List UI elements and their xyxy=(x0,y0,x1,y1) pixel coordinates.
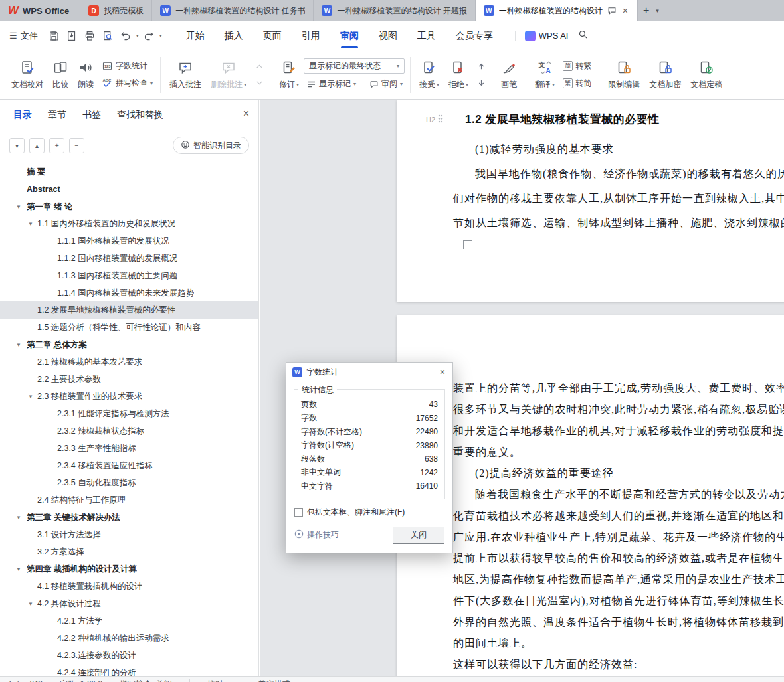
compat-mode-indicator[interactable]: 兼容模式 xyxy=(258,679,290,682)
markup-state-select[interactable]: 显示标记的最终状态 ▾ xyxy=(304,58,405,74)
toc-item[interactable]: 4.2.1 方法学 xyxy=(0,612,258,630)
tab-document-1[interactable]: W 一种辣椒移植装置的结构设计 任务书 xyxy=(152,0,314,21)
ink-pen-button[interactable]: 画笔 xyxy=(496,57,522,93)
toc-item[interactable]: ▼4.2 具体设计过程 xyxy=(0,595,258,612)
expand-all-button[interactable]: ＋ xyxy=(49,138,64,153)
show-markup-button[interactable]: 显示标记 ▾ xyxy=(304,77,359,91)
sidebar-tab-contents[interactable]: 目录 xyxy=(13,109,32,121)
close-dialog-button[interactable]: × xyxy=(439,367,446,377)
document-encrypt-button[interactable]: 文档加密 xyxy=(644,57,686,93)
toc-item[interactable]: ▼第一章 绪 论 xyxy=(0,198,258,215)
toc-item[interactable]: 2.4 结构特征与工作原理 xyxy=(0,491,258,509)
compare-button[interactable]: 比较 xyxy=(48,57,73,93)
document-page-8[interactable]: 装置上的分苗等,几乎全部由手工完成,劳动强度大、费工费时、效率 很多环节又与关键… xyxy=(397,315,784,676)
word-count-indicator[interactable]: 字数: 17652 xyxy=(60,679,102,682)
collapse-all-button[interactable]: − xyxy=(69,138,84,153)
toc-item[interactable]: 2.2 主要技术参数 xyxy=(0,371,258,388)
chevron-down-icon[interactable]: ▼ xyxy=(16,342,21,348)
checkbox-icon[interactable] xyxy=(294,508,303,517)
toc-item[interactable]: 2.3.3 生产率性能指标 xyxy=(0,440,258,457)
toc-item[interactable]: 2.3.1 性能评定指标与检测方法 xyxy=(0,405,258,422)
toc-item[interactable]: 2.3.4 移植装置适应性指标 xyxy=(0,457,258,474)
smart-toc-button[interactable]: 智能识别目录 xyxy=(173,137,249,154)
tips-link[interactable]: 操作技巧 xyxy=(294,529,339,541)
toc-item[interactable]: 1.1.4 国内移植装置械的未来发展趋势 xyxy=(0,284,258,301)
sidebar-tab-chapters[interactable]: 章节 xyxy=(48,109,66,121)
tab-reference[interactable]: 引用 xyxy=(292,21,330,50)
traditional-to-simplified-button[interactable]: 繁 转简 xyxy=(559,76,595,90)
toc-item[interactable]: ▼第二章 总体方案 xyxy=(0,336,258,353)
sidebar-tab-find-replace[interactable]: 查找和替换 xyxy=(117,109,163,121)
tab-docer-templates[interactable]: D 找稻壳模板 xyxy=(80,0,152,21)
drag-handle-icon[interactable] xyxy=(438,114,443,124)
toc-item[interactable]: 2.1 辣椒移栽的基本农艺要求 xyxy=(0,353,258,371)
proofread-indicator[interactable]: 校对 xyxy=(207,679,223,682)
tab-page[interactable]: 页面 xyxy=(253,21,292,50)
new-tab-button[interactable]: + xyxy=(643,5,649,17)
chevron-down-icon[interactable]: ▼ xyxy=(16,566,21,572)
previous-revision-button[interactable] xyxy=(474,61,488,73)
dialog-titlebar[interactable]: W 字数统计 × xyxy=(286,363,452,381)
tab-view[interactable]: 视图 xyxy=(369,21,407,50)
reject-revision-button[interactable]: 拒绝▾ xyxy=(444,57,473,93)
toc-item[interactable]: 3.1 设计方法选择 xyxy=(0,526,258,543)
save-button[interactable] xyxy=(46,27,62,44)
chevron-down-icon[interactable]: ▼ xyxy=(16,515,21,521)
accept-revision-button[interactable]: 接受▾ xyxy=(415,57,444,93)
toc-item[interactable]: 4.2.2 种植机械的输出运动需求 xyxy=(0,630,258,647)
close-button[interactable]: 关闭 xyxy=(393,527,444,544)
nav-up-button[interactable]: ▴ xyxy=(29,138,45,153)
print-preview-button[interactable] xyxy=(100,27,116,44)
toc-item[interactable]: ▼第四章 栽插机构的设计及计算 xyxy=(0,560,258,578)
toc-item[interactable]: 1.1.2 国内移植装置械的发展概况 xyxy=(0,250,258,267)
next-comment-button[interactable] xyxy=(252,77,266,89)
undo-dropdown-icon[interactable]: ▾ xyxy=(136,33,140,39)
tab-review[interactable]: 审阅 xyxy=(330,21,369,50)
simplified-to-traditional-button[interactable]: 简 转繁 xyxy=(559,59,595,73)
track-changes-button[interactable]: 修订▾ xyxy=(274,57,304,93)
document-finalize-button[interactable]: 文档定稿 xyxy=(686,57,727,93)
insert-comment-button[interactable]: 插入批注 xyxy=(165,57,206,93)
tab-document-2[interactable]: W 一种辣椒移植装置的结构设计 开题报 xyxy=(314,0,475,21)
chevron-down-icon[interactable]: ▼ xyxy=(16,204,21,210)
undo-button[interactable] xyxy=(118,27,134,44)
toc-item[interactable]: ▼第三章 关键技术解决办法 xyxy=(0,509,258,526)
toc-item[interactable]: 4.2.3.连接参数的设计 xyxy=(0,647,258,664)
wps-ai-button[interactable]: WPS AI xyxy=(525,31,569,41)
translate-button[interactable]: 文A 翻译▾ xyxy=(530,57,559,93)
comment-icon[interactable] xyxy=(607,6,617,15)
toc-item[interactable]: 1.1.3 国内移植装置械的主要问题 xyxy=(0,267,258,284)
include-textbox-checkbox[interactable]: 包括文本框、脚注和尾注(F) xyxy=(294,507,445,518)
tab-insert[interactable]: 插入 xyxy=(215,21,253,50)
chevron-down-icon[interactable]: ▼ xyxy=(28,221,33,227)
redo-dropdown-icon[interactable]: ▾ xyxy=(159,33,163,39)
sidebar-tab-bookmarks[interactable]: 书签 xyxy=(82,109,101,121)
tab-home[interactable]: 开始 xyxy=(176,21,215,50)
redo-button[interactable] xyxy=(141,27,157,44)
tab-list-dropdown-icon[interactable]: ▾ xyxy=(656,7,659,14)
next-revision-button[interactable] xyxy=(474,77,488,89)
toc-item[interactable]: 2.3.5 自动化程度指标 xyxy=(0,474,258,491)
tab-document-active[interactable]: W 一种辣椒移植装置的结构设计 × xyxy=(476,0,638,21)
toc-item[interactable]: ▼2.3 移植装置作业的技术要求 xyxy=(0,388,258,405)
previous-comment-button[interactable] xyxy=(252,61,266,73)
toc-item-selected[interactable]: 1.2 发展旱地辣椒移植装置械的必要性 xyxy=(0,301,258,319)
toc-item[interactable]: ▼1.1 国内外移植装置的历史和发展状况 xyxy=(0,215,258,232)
toc-item[interactable]: 2.3.2 辣椒栽植状态指标 xyxy=(0,422,258,440)
doc-proofing-button[interactable]: 文档校对 xyxy=(7,57,48,93)
tab-tools[interactable]: 工具 xyxy=(407,21,446,50)
read-aloud-button[interactable]: 朗读 xyxy=(73,57,98,93)
spellcheck-indicator[interactable]: 拼写检查: 关闭 xyxy=(120,679,172,682)
document-page-7[interactable]: H2 1.2 发展旱地辣椒移植装置械的必要性 (1)减轻劳动强度的基本要求 我国… xyxy=(397,100,784,302)
print-button[interactable] xyxy=(82,27,98,44)
page-indicator[interactable]: 页面: 7/43 xyxy=(7,679,43,682)
toc-item[interactable]: Abstract xyxy=(0,181,258,198)
toc-item[interactable]: 1.1.1 国外移植装置的发展状况 xyxy=(0,232,258,250)
toc-item[interactable]: 4.1 移植装置栽插机构的设计 xyxy=(0,578,258,595)
chevron-down-icon[interactable]: ▼ xyxy=(28,394,33,400)
tab-member[interactable]: 会员专享 xyxy=(446,21,503,50)
export-pdf-button[interactable] xyxy=(64,27,80,44)
word-count-button[interactable]: 123 字数统计 xyxy=(98,59,156,73)
chevron-down-icon[interactable]: ▼ xyxy=(28,601,33,607)
toc-item[interactable]: 3.2 方案选择 xyxy=(0,543,258,560)
